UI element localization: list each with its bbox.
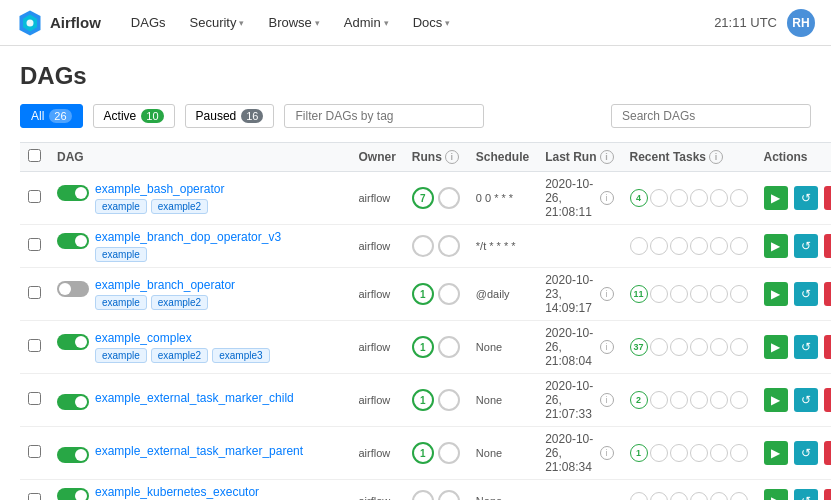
row-checkbox[interactable] — [28, 392, 41, 405]
dag-tag[interactable]: example — [95, 295, 147, 310]
dags-table: DAG Owner Runs i Schedule Last Run — [20, 142, 831, 500]
run-circle-empty — [412, 235, 434, 257]
run-circle[interactable]: 7 — [412, 187, 434, 209]
dag-name[interactable]: example_kubernetes_executor — [95, 485, 259, 499]
run-circle[interactable]: 1 — [412, 336, 434, 358]
dag-toggle[interactable] — [57, 334, 89, 350]
run-circle[interactable]: 1 — [412, 389, 434, 411]
nav-security[interactable]: Security ▾ — [180, 11, 255, 34]
task-count-circle[interactable]: 37 — [630, 338, 648, 356]
dag-name[interactable]: example_external_task_marker_parent — [95, 444, 303, 458]
trigger-dag-button[interactable]: ▶ — [764, 282, 788, 306]
task-count-circle[interactable]: 1 — [630, 444, 648, 462]
task-circle-empty — [670, 237, 688, 255]
nav-dags[interactable]: DAGs — [121, 11, 176, 34]
task-circle-empty — [670, 492, 688, 500]
task-circle-empty — [690, 189, 708, 207]
refresh-dag-button[interactable]: ↺ — [794, 441, 818, 465]
nav-docs[interactable]: Docs ▾ — [403, 11, 461, 34]
last-run-info-icon[interactable]: i — [600, 287, 614, 301]
last-run-info-icon[interactable]: i — [600, 393, 614, 407]
delete-dag-button[interactable]: 🗑 — [824, 234, 831, 258]
delete-dag-button[interactable]: 🗑 — [824, 441, 831, 465]
refresh-dag-button[interactable]: ↺ — [794, 489, 818, 500]
trigger-dag-button[interactable]: ▶ — [764, 186, 788, 210]
dag-tag[interactable]: example — [95, 348, 147, 363]
row-checkbox[interactable] — [28, 339, 41, 352]
last-run-cell: 2020-10-23, 14:09:17 i — [545, 273, 613, 315]
dag-toggle[interactable] — [57, 394, 89, 410]
row-checkbox[interactable] — [28, 286, 41, 299]
filter-all-button[interactable]: All 26 — [20, 104, 83, 128]
dag-search-input[interactable] — [611, 104, 811, 128]
actions-cell: ▶ ↺ 🗑 ··· — [764, 441, 831, 465]
refresh-dag-button[interactable]: ↺ — [794, 282, 818, 306]
dag-name[interactable]: example_complex — [95, 331, 270, 345]
actions-cell: ▶ ↺ 🗑 ··· — [764, 388, 831, 412]
dag-toggle[interactable] — [57, 447, 89, 463]
task-count-circle[interactable]: 4 — [630, 189, 648, 207]
tasks-cell: 2 — [630, 391, 748, 409]
dag-tag[interactable]: example2 — [151, 295, 208, 310]
nav-admin[interactable]: Admin ▾ — [334, 11, 399, 34]
recent-tasks-info-icon[interactable]: i — [709, 150, 723, 164]
tag-filter-input[interactable] — [284, 104, 484, 128]
task-count-circle[interactable]: 11 — [630, 285, 648, 303]
user-avatar[interactable]: RH — [787, 9, 815, 37]
dag-name[interactable]: example_bash_operator — [95, 182, 224, 196]
last-run-info-icon[interactable]: i — [600, 340, 614, 354]
filter-paused-button[interactable]: Paused 16 — [185, 104, 275, 128]
run-circle[interactable]: 1 — [412, 442, 434, 464]
dag-toggle[interactable] — [57, 233, 89, 249]
run-circle-empty — [438, 442, 460, 464]
delete-dag-button[interactable]: 🗑 — [824, 282, 831, 306]
dag-tag[interactable]: example — [95, 199, 147, 214]
select-all-checkbox[interactable] — [28, 149, 41, 162]
dag-toggle[interactable] — [57, 488, 89, 500]
row-checkbox[interactable] — [28, 190, 41, 203]
dag-tag[interactable]: example — [95, 247, 147, 262]
run-circle-empty — [438, 235, 460, 257]
dag-cell: example_branch_dop_operator_v3 example — [95, 230, 281, 262]
paused-count-badge: 16 — [241, 109, 263, 123]
delete-dag-button[interactable]: 🗑 — [824, 388, 831, 412]
filters-row: All 26 Active 10 Paused 16 — [20, 104, 811, 128]
th-schedule: Schedule — [468, 143, 537, 172]
runs-info-icon[interactable]: i — [445, 150, 459, 164]
delete-dag-button[interactable]: 🗑 — [824, 335, 831, 359]
dag-toggle[interactable] — [57, 185, 89, 201]
row-checkbox[interactable] — [28, 493, 41, 500]
refresh-dag-button[interactable]: ↺ — [794, 335, 818, 359]
dag-name[interactable]: example_external_task_marker_child — [95, 391, 294, 405]
task-count-circle[interactable]: 2 — [630, 391, 648, 409]
page-title: DAGs — [20, 62, 811, 90]
dag-tag[interactable]: example3 — [212, 348, 269, 363]
last-run-info-icon[interactable]: i — [600, 191, 614, 205]
runs-cell: 1 — [412, 442, 460, 464]
last-run-info-icon[interactable]: i — [600, 150, 614, 164]
row-checkbox[interactable] — [28, 445, 41, 458]
refresh-dag-button[interactable]: ↺ — [794, 234, 818, 258]
trigger-dag-button[interactable]: ▶ — [764, 388, 788, 412]
dag-tag[interactable]: example2 — [151, 348, 208, 363]
trigger-dag-button[interactable]: ▶ — [764, 489, 788, 500]
run-circle[interactable]: 1 — [412, 283, 434, 305]
th-actions: Actions — [756, 143, 831, 172]
dag-name[interactable]: example_branch_dop_operator_v3 — [95, 230, 281, 244]
dag-schedule: None — [476, 341, 502, 353]
dag-tag[interactable]: example2 — [151, 199, 208, 214]
last-run-info-icon[interactable]: i — [600, 446, 614, 460]
row-checkbox[interactable] — [28, 238, 41, 251]
trigger-dag-button[interactable]: ▶ — [764, 335, 788, 359]
refresh-dag-button[interactable]: ↺ — [794, 186, 818, 210]
th-checkbox — [20, 143, 49, 172]
nav-browse[interactable]: Browse ▾ — [258, 11, 329, 34]
dag-name[interactable]: example_branch_operator — [95, 278, 235, 292]
refresh-dag-button[interactable]: ↺ — [794, 388, 818, 412]
filter-active-button[interactable]: Active 10 — [93, 104, 175, 128]
dag-toggle[interactable] — [57, 281, 89, 297]
delete-dag-button[interactable]: 🗑 — [824, 489, 831, 500]
trigger-dag-button[interactable]: ▶ — [764, 234, 788, 258]
delete-dag-button[interactable]: 🗑 — [824, 186, 831, 210]
trigger-dag-button[interactable]: ▶ — [764, 441, 788, 465]
